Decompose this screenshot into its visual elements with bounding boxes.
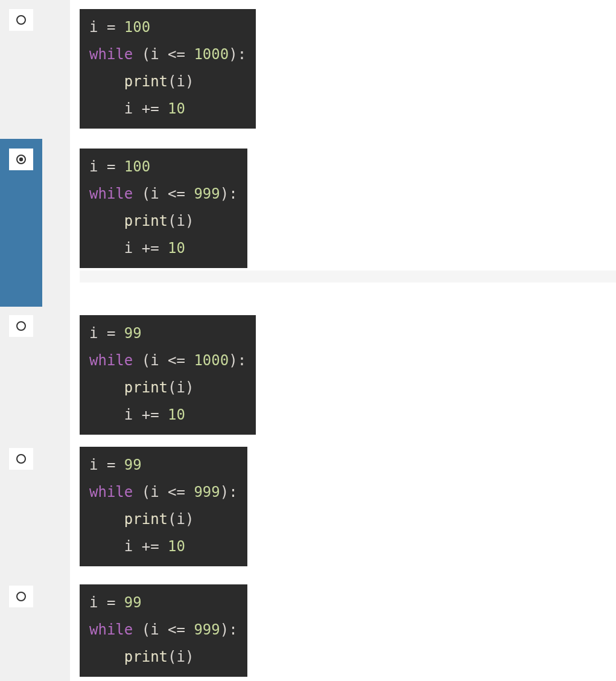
- code-token: print: [124, 648, 168, 665]
- code-token: 10: [168, 538, 185, 555]
- code-token: 100: [124, 158, 150, 175]
- code-token: [115, 19, 124, 36]
- code-token: while: [89, 352, 133, 369]
- answer-radio-3[interactable]: [9, 315, 33, 337]
- code-token: (i: [133, 621, 168, 638]
- code-token: <=: [168, 621, 185, 638]
- code-token: (i): [168, 511, 194, 528]
- code-token: [89, 73, 124, 90]
- code-line: while (i <= 1000):: [89, 41, 246, 68]
- code-token: 99: [124, 594, 142, 611]
- code-token: <=: [168, 185, 185, 202]
- code-token: ):: [220, 185, 238, 202]
- code-token: while: [89, 185, 133, 202]
- code-token: 10: [168, 240, 185, 257]
- code-token: ):: [229, 46, 246, 63]
- code-token: (i: [133, 46, 168, 63]
- code-token: =: [107, 325, 115, 342]
- code-token: [185, 185, 194, 202]
- code-token: =: [107, 19, 115, 36]
- radio-selected-icon: [15, 153, 27, 165]
- code-line: i += 10: [89, 401, 246, 429]
- code-line: print(i): [89, 208, 238, 235]
- code-token: 10: [168, 100, 185, 117]
- code-option-4: i = 99while (i <= 999): print(i) i += 10: [80, 447, 247, 566]
- code-token: [115, 158, 124, 175]
- code-token: i: [89, 19, 107, 36]
- code-token: 999: [194, 484, 220, 500]
- code-token: [115, 325, 124, 342]
- code-line: i += 10: [89, 533, 238, 560]
- code-token: 99: [124, 325, 142, 342]
- code-token: ):: [229, 352, 246, 369]
- code-option-2: i = 100while (i <= 999): print(i) i += 1…: [80, 149, 247, 268]
- code-token: while: [89, 46, 133, 63]
- code-token: =: [107, 456, 115, 473]
- code-token: [159, 538, 168, 555]
- code-token: [89, 648, 124, 665]
- code-token: [89, 379, 124, 396]
- code-token: i: [89, 240, 142, 257]
- code-token: 1000: [194, 352, 229, 369]
- code-token: i: [89, 594, 107, 611]
- code-token: [185, 621, 194, 638]
- code-token: i: [89, 100, 142, 117]
- code-token: [185, 484, 194, 500]
- code-token: [89, 511, 124, 528]
- code-line: i = 99: [89, 320, 246, 347]
- code-line: print(i): [89, 644, 238, 671]
- code-token: while: [89, 621, 133, 638]
- code-line: i = 100: [89, 153, 238, 181]
- code-line: i += 10: [89, 95, 246, 123]
- code-line: print(i): [89, 68, 246, 95]
- code-token: <=: [168, 46, 185, 63]
- code-token: [115, 456, 124, 473]
- code-token: print: [124, 73, 168, 90]
- answer-radio-2[interactable]: [9, 149, 33, 170]
- code-line: print(i): [89, 374, 246, 401]
- code-option-1: i = 100while (i <= 1000): print(i) i += …: [80, 9, 256, 129]
- code-token: [159, 406, 168, 423]
- svg-point-0: [17, 16, 25, 24]
- code-token: 999: [194, 621, 220, 638]
- code-line: i = 99: [89, 452, 238, 479]
- highlight-row: [80, 270, 616, 283]
- code-token: (i: [133, 484, 168, 500]
- code-token: [89, 213, 124, 229]
- code-token: <=: [168, 484, 185, 500]
- code-token: i: [89, 538, 142, 555]
- radio-unselected-icon: [15, 320, 27, 332]
- code-token: 999: [194, 185, 220, 202]
- code-token: [115, 594, 124, 611]
- answer-radio-5[interactable]: [9, 586, 33, 607]
- code-token: [185, 46, 194, 63]
- code-token: (i: [133, 185, 168, 202]
- answer-radio-1[interactable]: [9, 9, 33, 31]
- code-token: (i): [168, 213, 194, 229]
- code-line: while (i <= 1000):: [89, 347, 246, 374]
- svg-point-2: [19, 158, 23, 161]
- answer-radio-4[interactable]: [9, 448, 33, 470]
- code-token: +=: [142, 240, 159, 257]
- code-token: [159, 240, 168, 257]
- code-token: 99: [124, 456, 142, 473]
- code-token: 1000: [194, 46, 229, 63]
- code-token: while: [89, 484, 133, 500]
- code-line: i = 100: [89, 14, 246, 41]
- code-token: <=: [168, 352, 185, 369]
- code-token: i: [89, 325, 107, 342]
- code-token: i: [89, 406, 142, 423]
- radio-unselected-icon: [15, 14, 27, 26]
- options-sidebar: [0, 0, 70, 681]
- code-token: +=: [142, 406, 159, 423]
- radio-unselected-icon: [15, 453, 27, 465]
- code-line: i += 10: [89, 235, 238, 262]
- radio-unselected-icon: [15, 590, 27, 603]
- code-token: [185, 352, 194, 369]
- code-token: (i): [168, 73, 194, 90]
- code-token: i: [89, 456, 107, 473]
- code-option-5: i = 99while (i <= 999): print(i): [80, 584, 247, 677]
- svg-point-5: [17, 592, 25, 601]
- svg-point-3: [17, 322, 25, 330]
- code-token: +=: [142, 100, 159, 117]
